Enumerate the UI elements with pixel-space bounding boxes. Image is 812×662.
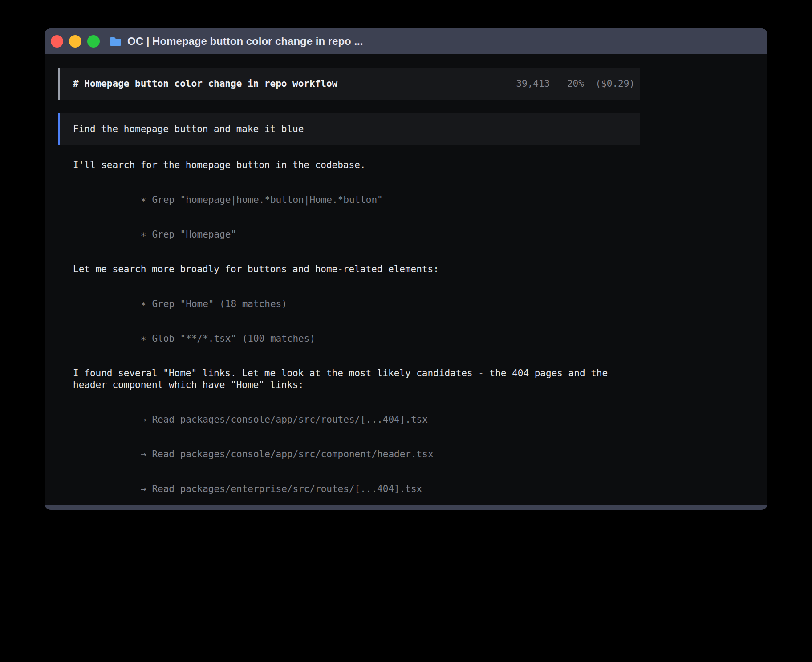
assistant-text: I'll search for the homepage button in t… [73, 159, 637, 171]
folder-icon [110, 36, 122, 46]
context-percent: 20% [567, 78, 584, 89]
close-window-button[interactable] [51, 35, 63, 48]
tool-asterisk-icon: ∗ [141, 229, 146, 240]
minimize-window-button[interactable] [69, 35, 81, 48]
terminal-content[interactable]: # Homepage button color change in repo w… [45, 54, 767, 505]
user-message: Find the homepage button and make it blu… [58, 113, 640, 145]
window-titlebar[interactable]: OC | Homepage button color change in rep… [45, 28, 767, 54]
read-arrow-icon: → [141, 414, 146, 425]
token-count: 39,413 [516, 78, 550, 89]
assistant-text: I found several "Home" links. Let me loo… [73, 367, 637, 391]
tool-asterisk-icon: ∗ [141, 194, 146, 206]
terminal-window: OC | Homepage button color change in rep… [45, 28, 767, 510]
zoom-window-button[interactable] [87, 35, 100, 48]
session-title: # Homepage button color change in repo w… [73, 78, 337, 89]
tool-call-grep: ∗Grep "homepage|home.*button|Home.*butto… [73, 182, 637, 217]
tool-call-grep: ∗Grep "Homepage" [73, 217, 637, 252]
traffic-lights [51, 35, 100, 48]
read-arrow-icon: → [141, 448, 146, 460]
tool-call-read: →Read packages/console/app/src/routes/[.… [73, 402, 637, 437]
session-header: # Homepage button color change in repo w… [58, 68, 640, 100]
user-message-text: Find the homepage button and make it blu… [73, 124, 304, 134]
assistant-text: Let me search more broadly for buttons a… [73, 263, 637, 275]
assistant-transcript: I'll search for the homepage button in t… [73, 159, 637, 510]
session-cost: ($0.29) [595, 78, 635, 89]
tool-call-grep: ∗Grep "Home" (18 matches) [73, 287, 637, 321]
window-title-area: OC | Homepage button color change in rep… [110, 35, 363, 48]
tool-asterisk-icon: ∗ [141, 333, 146, 344]
tool-call-read: →Read packages/enterprise/src/routes/[..… [73, 472, 637, 506]
tool-call-read: →Read packages/console/app/src/component… [73, 437, 637, 472]
tool-call-glob: ∗Glob "**/*.tsx" (100 matches) [73, 321, 637, 356]
tool-asterisk-icon: ∗ [141, 298, 146, 310]
session-stats: 39,413 20% ($0.29) [516, 78, 635, 89]
window-title: OC | Homepage button color change in rep… [127, 35, 363, 48]
read-arrow-icon: → [141, 483, 146, 495]
